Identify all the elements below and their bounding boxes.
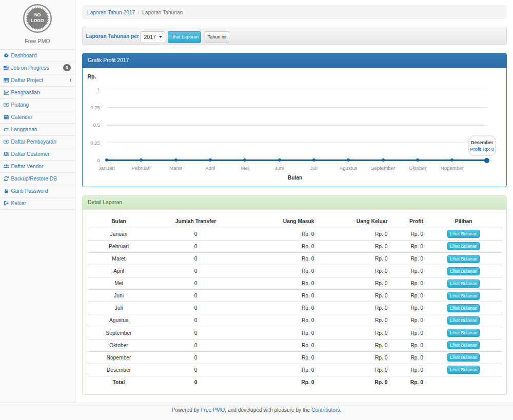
- svg-text:LOGO: LOGO: [31, 18, 44, 23]
- svg-text:NO: NO: [34, 12, 41, 17]
